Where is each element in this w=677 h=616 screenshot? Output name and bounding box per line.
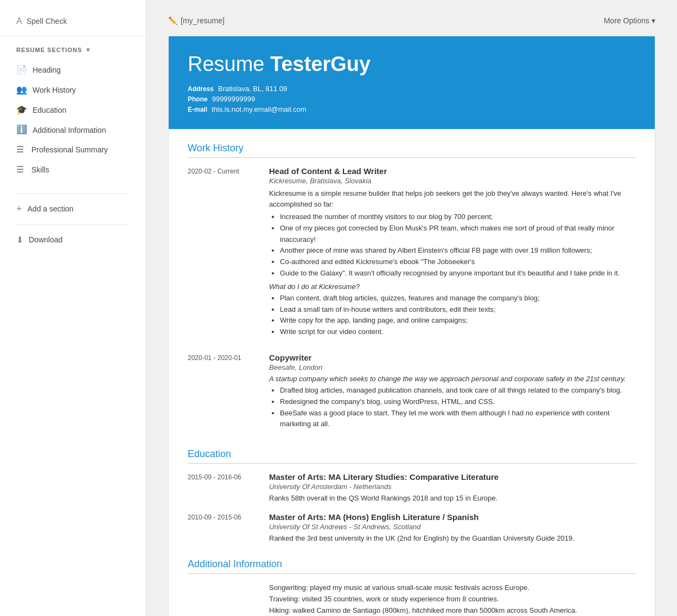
contact-email-row: E-mail this.is.not.my.email@mail.com — [188, 105, 636, 113]
list-item: Write copy for the app, landing page, an… — [280, 315, 636, 326]
list-item: Redesigned the company's blog, using Wor… — [280, 396, 636, 408]
more-options-label: More Options — [604, 16, 649, 25]
edu-description-2: Ranked the 3rd best university in the UK… — [269, 533, 636, 544]
email-label: E-mail — [188, 106, 207, 113]
edu-institution-2: University Of St Andrews - St Andrews, S… — [269, 523, 636, 531]
sidebar-divider-2 — [16, 224, 130, 225]
sidebar-item-label: Heading — [33, 65, 61, 75]
edu-date-1: 2015-09 - 2016-06 — [188, 472, 258, 504]
email-value: this.is.not.my.email@mail.com — [212, 105, 306, 113]
sections-header: RESUME SECTIONS ▾ — [0, 46, 146, 60]
edu-date-2: 2010-09 - 2015-06 — [188, 512, 258, 544]
info-icon: ℹ️ — [16, 124, 27, 136]
additional-entry: Songwriting: played my music at various … — [188, 582, 636, 616]
work-italic-1: What do I do at Kickresume? — [269, 283, 636, 291]
add-section-label: Add a section — [28, 204, 74, 213]
work-title-2: Copywriter — [269, 353, 636, 362]
resume-title: Resume TesterGuy — [188, 53, 636, 76]
work-entry-2: 2020-01 - 2020-01 Copywriter Beesafe, Lo… — [188, 353, 636, 433]
download-icon: ⬇ — [16, 235, 23, 245]
heading-icon: 📄 — [16, 65, 27, 76]
work-bullets-1b: Plan content, draft blog articles, quizz… — [269, 293, 636, 338]
work-description-1: Kickresume is a simple resume builder th… — [269, 188, 636, 209]
phone-value: 99999999999 — [212, 95, 256, 103]
sidebar-nav: 📄 Heading 👥 Work History 🎓 Education ℹ️ … — [0, 60, 146, 189]
additional-line-2: Traveling: visited 35 countries, work or… — [269, 594, 636, 605]
sidebar-item-education[interactable]: 🎓 Education — [0, 100, 146, 120]
sidebar-divider-1 — [16, 193, 130, 194]
plus-icon: + — [16, 203, 22, 215]
edu-entry-1: 2015-09 - 2016-06 Master of Arts: MA Lit… — [188, 472, 636, 504]
sidebar-item-heading[interactable]: 📄 Heading — [0, 60, 146, 80]
address-value: Bratislava, BL, 811 09 — [218, 85, 287, 93]
list-item: Lead a small tam of in-house writers and… — [280, 304, 636, 316]
more-options-button[interactable]: More Options ▾ — [604, 16, 655, 25]
sidebar-item-label: Professional Summary — [31, 145, 108, 155]
contact-phone-row: Phone 99999999999 — [188, 95, 636, 103]
main-content: ✏️ [my_resume] More Options ▾ Resume Tes… — [146, 0, 677, 616]
professional-summary-icon: ☰ — [16, 144, 26, 156]
address-label: Address — [188, 85, 214, 93]
list-item: Co-authored and edited Kickresume's eboo… — [280, 256, 636, 268]
edu-institution-1: University Of Amsterdam - Netherlands — [269, 483, 636, 491]
work-details-1: Head of Content & Lead Writer Kickresume… — [269, 166, 636, 341]
list-item: Write script for our video content. — [280, 326, 636, 338]
sidebar: A Spell Check RESUME SECTIONS ▾ 📄 Headin… — [0, 0, 146, 616]
sidebar-item-label: Education — [33, 105, 66, 115]
list-item: BeeSafe was a good place to start. They … — [280, 408, 636, 431]
work-date-2: 2020-01 - 2020-01 — [188, 353, 258, 433]
work-title-1: Head of Content & Lead Writer — [269, 166, 636, 176]
additional-details: Songwriting: played my music at various … — [269, 582, 636, 616]
list-item: Drafted blog articles, managed publicati… — [280, 385, 636, 396]
work-bullets-2: Drafted blog articles, managed publicati… — [269, 385, 636, 430]
work-entry-1: 2020-02 - Current Head of Content & Lead… — [188, 166, 636, 341]
list-item: Guide to the Galaxy". It wasn't official… — [280, 268, 636, 279]
filename-text: [my_resume] — [181, 16, 225, 25]
sidebar-item-skills[interactable]: ☰ Skills — [0, 160, 146, 180]
resume-title-name: TesterGuy — [270, 53, 371, 75]
resume-header: Resume TesterGuy Address Bratislava, BL,… — [169, 36, 655, 129]
contact-address-row: Address Bratislava, BL, 811 09 — [188, 85, 636, 93]
additional-line-1: Songwriting: played my music at various … — [269, 582, 636, 594]
work-history-section: Work History 2020-02 - Current Head of C… — [188, 143, 636, 433]
education-icon: 🎓 — [16, 105, 27, 116]
work-bullets-1a: Increased the number of monthly visitors… — [269, 211, 636, 279]
additional-line-3: Hiking: walked Camino de Santiago (800km… — [269, 605, 636, 616]
sidebar-item-professional-summary[interactable]: ☰ Professional Summary — [0, 140, 146, 160]
spell-check-label: Spell Check — [27, 17, 67, 25]
sidebar-item-work-history[interactable]: 👥 Work History — [0, 80, 146, 100]
sidebar-item-label: Skills — [31, 165, 49, 175]
add-section-button[interactable]: + Add a section — [0, 198, 146, 220]
work-company-2: Beesafe, London — [269, 363, 636, 371]
work-history-icon: 👥 — [16, 85, 27, 96]
edu-entry-2: 2010-09 - 2015-06 Master of Arts: MA (Ho… — [188, 512, 636, 544]
skills-icon: ☰ — [16, 164, 26, 176]
work-italic-desc-2: A startup company which seeks to change … — [269, 375, 636, 383]
spell-check-icon: A — [16, 16, 22, 26]
download-label: Download — [29, 235, 62, 244]
additional-title: Additional Information — [188, 559, 636, 574]
file-name[interactable]: ✏️ [my_resume] — [168, 16, 225, 25]
work-date-1: 2020-02 - Current — [188, 166, 258, 341]
edu-degree-1: Master of Arts: MA Literary Studies: Com… — [269, 472, 636, 482]
list-item: Another piece of mine was shared by Albe… — [280, 245, 636, 256]
download-button[interactable]: ⬇ Download — [0, 229, 146, 251]
chevron-down-icon: ▾ — [86, 46, 90, 54]
sidebar-item-additional-information[interactable]: ℹ️ Additional Information — [0, 120, 146, 140]
sections-header-label: RESUME SECTIONS — [16, 47, 82, 53]
education-section: Education 2015-09 - 2016-06 Master of Ar… — [188, 448, 636, 543]
additional-spacer — [188, 582, 258, 616]
list-item: One of my pieces got corrected by Elon M… — [280, 223, 636, 246]
spell-check-button[interactable]: A Spell Check — [0, 11, 146, 36]
list-item: Plan content, draft blog articles, quizz… — [280, 293, 636, 304]
edu-degree-2: Master of Arts: MA (Hons) English Litera… — [269, 512, 636, 522]
work-company-1: Kickresume, Bratislava, Slovakia — [269, 177, 636, 185]
more-options-chevron-icon: ▾ — [652, 16, 655, 25]
resume-title-prefix: Resume — [188, 53, 270, 75]
edu-details-2: Master of Arts: MA (Hons) English Litera… — [269, 512, 636, 544]
resume-card: Resume TesterGuy Address Bratislava, BL,… — [168, 36, 655, 616]
top-bar: ✏️ [my_resume] More Options ▾ — [168, 16, 655, 25]
edu-details-1: Master of Arts: MA Literary Studies: Com… — [269, 472, 636, 504]
sidebar-item-label: Work History — [33, 85, 76, 95]
work-details-2: Copywriter Beesafe, London A startup com… — [269, 353, 636, 433]
